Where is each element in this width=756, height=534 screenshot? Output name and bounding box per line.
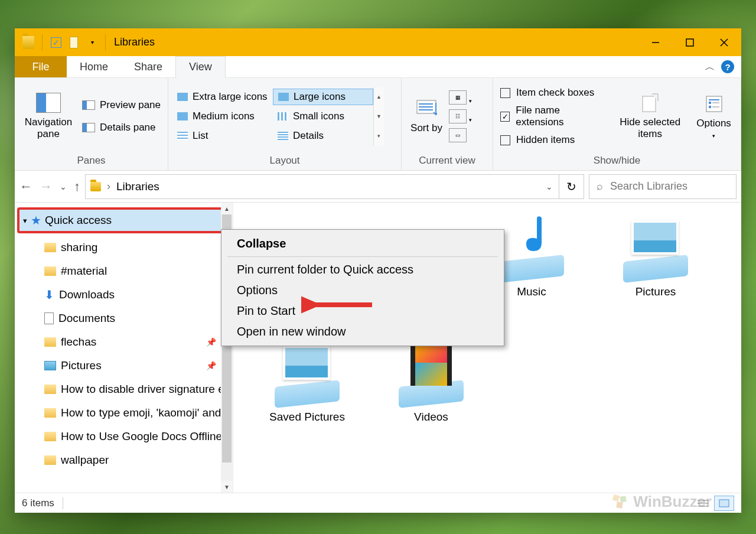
ctx-collapse[interactable]: Collapse	[221, 233, 504, 254]
sidebar-item[interactable]: ⬇Downloads	[15, 283, 233, 307]
ribbon-tabs: File Home Share View ︿ ?	[15, 56, 741, 78]
gallery-more-icon[interactable]: ▾	[373, 126, 384, 146]
tab-home[interactable]: Home	[67, 56, 121, 77]
ribbon: Navigation pane Preview pane Details pan…	[15, 78, 741, 171]
options-label: Options	[696, 118, 731, 129]
title-bar: ✓ Libraries	[15, 28, 741, 56]
sidebar-item[interactable]: How to disable driver signature en	[15, 377, 233, 401]
explorer-icon[interactable]	[21, 35, 36, 50]
help-icon[interactable]: ?	[721, 60, 734, 73]
svg-rect-16	[620, 496, 627, 503]
ctx-open-new-window[interactable]: Open in new window	[221, 321, 504, 342]
maximize-button[interactable]	[673, 28, 707, 56]
address-location: Libraries	[116, 180, 159, 193]
layout-large[interactable]: Large icons	[273, 89, 373, 105]
new-folder-icon[interactable]	[66, 35, 82, 50]
address-bar[interactable]: › Libraries ⌄	[85, 174, 559, 199]
sidebar-item[interactable]: Pictures📌	[15, 354, 233, 377]
search-input[interactable]: ⌕ Search Libraries	[589, 174, 737, 199]
library-item[interactable]: Pictures	[611, 214, 700, 298]
show-hide-group-label: Show/hide	[493, 155, 741, 170]
navigation-pane-label: Navigation pane	[22, 116, 75, 139]
svg-rect-8	[643, 96, 656, 112]
collapse-ribbon-icon[interactable]: ︿	[705, 60, 715, 74]
hide-selected-label: Hide selected items	[619, 116, 681, 139]
layout-extra-large[interactable]: Extra large icons	[172, 89, 273, 105]
navigation-pane-button[interactable]: Navigation pane	[22, 93, 75, 139]
file-name-extensions-toggle[interactable]: File name extensions	[500, 105, 606, 128]
status-count: 6 items	[22, 497, 54, 509]
preview-pane-button[interactable]: Preview pane	[82, 99, 161, 111]
sidebar-item[interactable]: sharing	[15, 236, 233, 259]
back-button[interactable]: ←	[19, 179, 32, 194]
up-button[interactable]: ↑	[74, 179, 80, 194]
status-bar: 6 items WinBuzzer	[15, 493, 741, 513]
navigation-bar: ← → ⌄ ↑ › Libraries ⌄ ↻ ⌕ Search Librari…	[15, 171, 741, 203]
details-pane-button[interactable]: Details pane	[82, 122, 161, 134]
layout-small[interactable]: Small icons	[273, 109, 373, 124]
options-button[interactable]: Options ▾	[694, 94, 734, 139]
layout-list[interactable]: List	[172, 128, 273, 144]
svg-rect-9	[706, 96, 722, 112]
layout-group-label: Layout	[168, 155, 401, 170]
quick-access-label: Quick access	[45, 214, 112, 227]
window-title: Libraries	[114, 36, 155, 48]
large-icons-view-button[interactable]	[714, 496, 734, 511]
search-placeholder: Search Libraries	[610, 180, 687, 193]
recent-locations-icon[interactable]: ⌄	[60, 182, 67, 191]
gallery-down-icon[interactable]: ▼	[373, 107, 384, 126]
context-menu: Collapse Pin current folder to Quick acc…	[221, 229, 504, 346]
library-item[interactable]: Saved Pictures	[263, 340, 351, 424]
item-check-boxes-toggle[interactable]: Item check boxes	[500, 87, 606, 99]
group-by-button[interactable]: ☷▾	[449, 109, 467, 123]
sidebar-item[interactable]: wallpaper	[15, 448, 233, 472]
pin-icon: 📌	[206, 337, 216, 347]
svg-rect-21	[719, 500, 729, 507]
close-button[interactable]	[707, 28, 741, 56]
current-view-group-label: Current view	[402, 155, 493, 170]
quick-access-toolbar: ✓	[15, 34, 97, 51]
forward-button[interactable]: →	[40, 179, 53, 194]
tab-view[interactable]: View	[175, 56, 226, 78]
svg-rect-11	[709, 102, 711, 104]
add-columns-button[interactable]: ▦▾	[449, 90, 467, 105]
pin-icon: 📌	[206, 361, 216, 370]
ctx-pin-quick-access[interactable]: Pin current folder to Quick access	[221, 259, 504, 280]
sidebar-item[interactable]: flechas📌	[15, 330, 233, 354]
minimize-button[interactable]	[638, 28, 673, 56]
gallery-up-icon[interactable]: ▲	[373, 87, 384, 107]
search-icon: ⌕	[597, 180, 603, 193]
layout-medium[interactable]: Medium icons	[172, 109, 273, 124]
sidebar: ▾ ★ Quick access sharing#material⬇Downlo…	[15, 203, 233, 493]
svg-rect-15	[612, 494, 620, 501]
hidden-items-toggle[interactable]: Hidden items	[500, 134, 606, 146]
svg-rect-12	[709, 106, 711, 108]
address-dropdown-icon[interactable]: ⌄	[546, 182, 553, 191]
refresh-button[interactable]: ↻	[559, 174, 584, 199]
hide-selected-button[interactable]: Hide selected items	[619, 93, 681, 139]
sidebar-item[interactable]: How to Use Google Docs Offline	[15, 425, 233, 448]
panes-group-label: Panes	[15, 155, 168, 170]
sort-by-label: Sort by	[410, 123, 442, 134]
qat-dropdown-icon[interactable]	[87, 38, 97, 47]
size-columns-button[interactable]: ▭	[449, 128, 467, 142]
sort-by-button[interactable]: Sort by	[409, 99, 444, 134]
annotation-arrow	[301, 294, 378, 318]
sidebar-item[interactable]: How to type emoji, 'kaomoji' and	[15, 401, 233, 425]
sidebar-item[interactable]: #material	[15, 259, 233, 283]
svg-rect-1	[686, 39, 693, 46]
watermark: WinBuzzer	[612, 493, 712, 511]
tab-share[interactable]: Share	[121, 56, 175, 77]
svg-rect-17	[617, 502, 623, 508]
sidebar-item[interactable]: Documents	[15, 307, 233, 330]
library-item[interactable]: Videos	[387, 340, 475, 424]
sidebar-quick-access[interactable]: ▾ ★ Quick access	[18, 209, 229, 232]
properties-icon[interactable]: ✓	[48, 35, 64, 50]
layout-details[interactable]: Details	[273, 128, 373, 144]
tab-file[interactable]: File	[15, 56, 67, 77]
